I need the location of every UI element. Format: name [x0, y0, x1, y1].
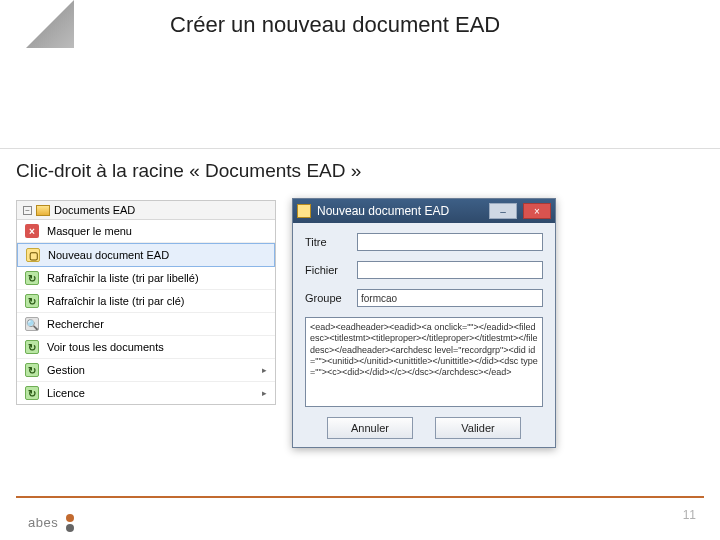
- context-menu-label: Nouveau document EAD: [48, 249, 169, 261]
- divider: [0, 148, 720, 149]
- context-menu-item[interactable]: ↻Licence▸: [17, 382, 275, 404]
- license-icon: ↻: [25, 386, 39, 400]
- footer-divider: [16, 496, 704, 498]
- context-menu-item[interactable]: ↻Gestion▸: [17, 359, 275, 382]
- footer-brand-text: abes: [28, 515, 58, 530]
- context-menu-label: Rafraîchir la liste (tri par clé): [47, 295, 185, 307]
- ead-template-preview[interactable]: <ead><eadheader><eadid><a onclick=""></e…: [305, 317, 543, 407]
- context-menu-item[interactable]: ▢Nouveau document EAD: [17, 243, 275, 267]
- context-menu-label: Masquer le menu: [47, 225, 132, 237]
- tree-root-row[interactable]: − Documents EAD: [17, 201, 275, 220]
- cancel-button[interactable]: Annuler: [327, 417, 413, 439]
- context-menu-label: Gestion: [47, 364, 85, 376]
- dialog-titlebar[interactable]: Nouveau document EAD – ×: [293, 199, 555, 223]
- fichier-field[interactable]: [357, 261, 543, 279]
- groupe-field[interactable]: [357, 289, 543, 307]
- refresh-icon: ↻: [25, 294, 39, 308]
- context-menu: ×Masquer le menu▢Nouveau document EAD↻Ra…: [17, 220, 275, 404]
- validate-button[interactable]: Valider: [435, 417, 521, 439]
- context-menu-item[interactable]: ↻Voir tous les documents: [17, 336, 275, 359]
- context-menu-label: Rechercher: [47, 318, 104, 330]
- context-menu-label: Voir tous les documents: [47, 341, 164, 353]
- context-menu-label: Rafraîchir la liste (tri par libellé): [47, 272, 199, 284]
- close-icon: ×: [25, 224, 39, 238]
- label-fichier: Fichier: [305, 264, 357, 276]
- chevron-right-icon: ▸: [262, 365, 267, 375]
- semicolon-icon: [66, 514, 74, 522]
- label-groupe: Groupe: [305, 292, 357, 304]
- folder-icon: [36, 205, 50, 216]
- titre-field[interactable]: [357, 233, 543, 251]
- minimize-button[interactable]: –: [489, 203, 517, 219]
- brand-logo-top: [26, 0, 74, 48]
- label-titre: Titre: [305, 236, 357, 248]
- list-icon: ↻: [25, 340, 39, 354]
- tree-root-label: Documents EAD: [54, 204, 135, 216]
- new-document-dialog: Nouveau document EAD – × Titre Fichier G…: [292, 198, 556, 448]
- new-doc-icon: ▢: [26, 248, 40, 262]
- context-menu-item[interactable]: ↻Rafraîchir la liste (tri par libellé): [17, 267, 275, 290]
- close-button[interactable]: ×: [523, 203, 551, 219]
- context-menu-item[interactable]: 🔍Rechercher: [17, 313, 275, 336]
- search-icon: 🔍: [25, 317, 39, 331]
- refresh-icon: ↻: [25, 271, 39, 285]
- dialog-title: Nouveau document EAD: [317, 204, 449, 218]
- context-menu-item[interactable]: ↻Rafraîchir la liste (tri par clé): [17, 290, 275, 313]
- dialog-body: Titre Fichier Groupe <ead><eadheader><ea…: [293, 223, 555, 447]
- context-menu-label: Licence: [47, 387, 85, 399]
- collapse-icon[interactable]: −: [23, 206, 32, 215]
- page-number: 11: [683, 508, 696, 522]
- instruction-text: Clic-droit à la racine « Documents EAD »: [16, 160, 361, 182]
- window-icon: [297, 204, 311, 218]
- tree-panel: − Documents EAD ×Masquer le menu▢Nouveau…: [16, 200, 276, 405]
- footer-brand: abes: [28, 515, 74, 530]
- context-menu-item[interactable]: ×Masquer le menu: [17, 220, 275, 243]
- manage-icon: ↻: [25, 363, 39, 377]
- page-title: Créer un nouveau document EAD: [170, 12, 500, 38]
- chevron-right-icon: ▸: [262, 388, 267, 398]
